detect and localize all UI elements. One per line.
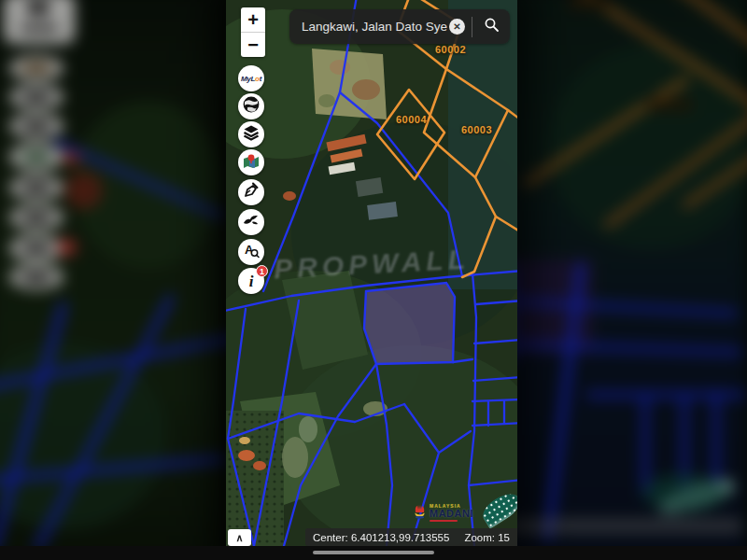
mylot-logo: MyLot: [241, 75, 261, 83]
clear-search-icon[interactable]: ✕: [449, 19, 465, 35]
find-text-button[interactable]: A: [238, 239, 264, 265]
app-viewport: 60002 60004 60003 PROPWALL + − ✕ MyLot: [226, 0, 517, 560]
center-coordinates: Center: 6.401213,99.713555: [313, 532, 449, 543]
zoom-controls: + −: [241, 7, 265, 57]
map-canvas[interactable]: [226, 0, 517, 546]
madani-main-text: MADANI: [430, 509, 473, 519]
zoom-level: Zoom: 15: [464, 532, 510, 543]
layers-button[interactable]: [238, 121, 264, 147]
info-button[interactable]: i 1: [238, 268, 264, 294]
basemap-button[interactable]: [238, 93, 264, 119]
broom-icon: [242, 181, 261, 203]
bird-icon: [242, 211, 261, 233]
mylot-home-button[interactable]: MyLot: [238, 65, 264, 91]
parcel-label-60003[interactable]: 60003: [461, 124, 492, 135]
globe-icon: [242, 95, 261, 118]
home-indicator[interactable]: [313, 551, 434, 554]
locate-on-map-button[interactable]: [238, 149, 264, 175]
layers-icon: [242, 123, 261, 146]
madani-tagline-bar: [430, 520, 458, 523]
android-nav-bar: [0, 546, 747, 560]
zoom-out-button[interactable]: −: [241, 32, 265, 57]
selected-parcel-polygon[interactable]: [364, 283, 455, 364]
clear-map-button[interactable]: [238, 179, 264, 205]
search-bar: ✕: [289, 9, 510, 44]
map-pin-icon: [242, 151, 261, 174]
notification-badge: 1: [256, 265, 268, 277]
parcel-label-60002[interactable]: 60002: [435, 44, 466, 55]
search-input[interactable]: [289, 20, 449, 34]
search-button[interactable]: [472, 9, 510, 44]
collapse-panel-button[interactable]: ∧: [228, 529, 251, 546]
map-status-bar: Center: 6.401213,99.713555 Zoom: 15: [305, 528, 517, 546]
find-text-icon: A: [242, 241, 261, 263]
malaysia-madani-logo: MALAYSIA MADANI: [413, 503, 473, 523]
parcel-label-60004[interactable]: 60004: [396, 114, 427, 125]
madani-hand-icon: [413, 503, 427, 523]
info-icon: i: [249, 273, 254, 289]
draw-tools-button[interactable]: [238, 209, 264, 235]
zoom-in-button[interactable]: +: [241, 7, 265, 32]
search-icon: [484, 17, 500, 36]
